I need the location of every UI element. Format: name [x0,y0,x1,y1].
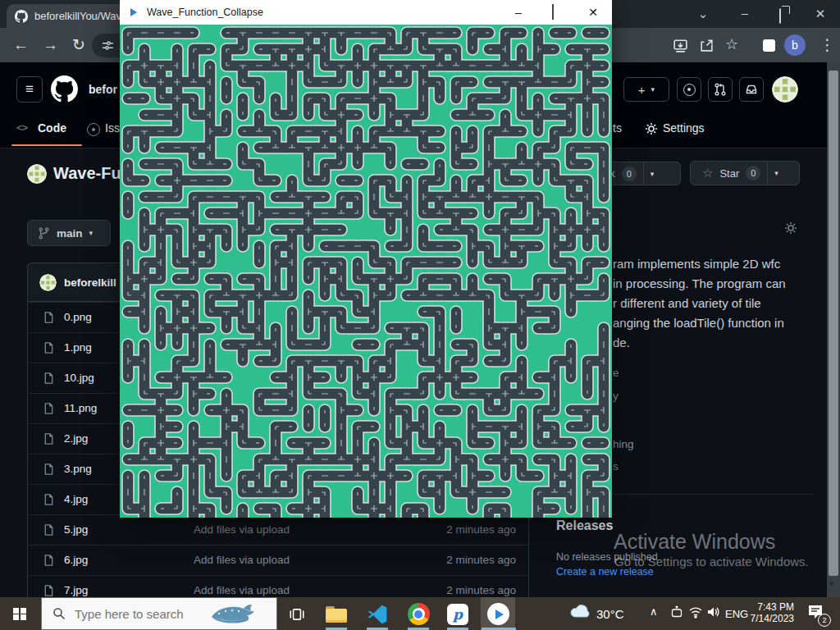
file-name-link[interactable]: 2.jpg [64,432,88,445]
side-panel-icon[interactable] [763,39,775,52]
pull-requests-icon-button[interactable] [708,77,733,102]
app-window[interactable]: Wave_Function_Collapse – ✕ [120,0,612,518]
search-input[interactable] [73,606,208,622]
about-description: ram implements simple 2D wfc in processi… [613,254,786,353]
clock-date: 7/14/2023 [745,613,794,624]
file-name-link[interactable]: 5.jpg [64,523,88,536]
about-activity-fragment[interactable]: y [613,390,619,402]
commit-author-avatar [39,274,57,291]
file-name-link[interactable]: 3.png [64,463,92,475]
wifi-icon[interactable] [688,605,703,619]
volume-icon[interactable] [706,605,721,619]
tray-device-icon[interactable] [669,605,684,619]
back-button[interactable]: ← [13,37,29,52]
weather-cloud-icon[interactable] [568,603,591,619]
about-watching-fragment[interactable]: hing [613,438,634,450]
issues-icon-button[interactable] [677,77,701,102]
star-button[interactable]: ☆ Star 0 ▾ [690,161,800,185]
share-icon[interactable] [699,38,714,53]
file-icon [43,493,55,506]
caret-down-icon[interactable]: ▾ [774,169,778,177]
browser-minimize-button[interactable]: – [733,3,757,23]
file-name-link[interactable]: 4.jpg [64,493,88,505]
user-avatar[interactable] [772,76,798,103]
file-icon [43,432,55,445]
browser-profile-avatar[interactable]: b [784,34,806,56]
file-icon [43,584,55,597]
file-name-link[interactable]: 10.jpg [64,372,94,384]
tab-settings[interactable]: Settings [663,121,705,135]
bookmark-star-icon[interactable]: ☆ [725,37,738,52]
file-icon [43,341,55,354]
app-minimize-button[interactable]: – [505,0,532,25]
about-gear-icon[interactable] [784,221,797,235]
start-button[interactable] [3,599,36,629]
star-count: 0 [746,166,760,180]
taskbar-search-box[interactable] [41,597,277,630]
notification-badge: 2 [818,614,831,627]
temperature-text[interactable]: 30°C [596,607,624,621]
app-window-title: Wave_Function_Collapse [147,7,612,18]
inbox-icon [745,83,758,96]
forward-button[interactable]: → [43,37,58,52]
branch-icon [38,227,50,240]
scrollbar-thumb[interactable] [829,71,838,576]
tab-title: beforelkillYou/Wav [34,10,121,22]
inbox-icon-button[interactable] [739,77,764,102]
app-close-button[interactable]: ✕ [580,0,606,25]
commit-message-link[interactable]: Add files via upload [194,523,290,536]
task-view-button[interactable] [281,599,313,629]
kebab-menu-icon[interactable]: ⋮ [819,37,835,52]
gear-icon [645,122,658,135]
running-sketch-button[interactable] [482,599,514,629]
file-name-link[interactable]: 0.png [64,311,92,323]
app-title-bar[interactable]: Wave_Function_Collapse – ✕ [120,0,612,25]
file-explorer-button[interactable] [320,599,353,629]
commit-message-link[interactable]: Add files via upload [194,584,290,596]
commit-message-link[interactable]: Add files via upload [194,554,290,566]
browser-close-button[interactable]: ✕ [808,4,833,24]
caret-down-icon[interactable]: ▾ [651,170,655,178]
tab-issues[interactable]: Iss [105,121,120,135]
commit-time: 2 minutes ago [446,554,516,566]
tray-chevron-up-icon[interactable]: ∧ [650,605,658,618]
file-icon [43,402,55,415]
chrome-icon [408,603,430,625]
site-settings-tune-icon[interactable] [102,39,114,52]
hamburger-menu-button[interactable]: ≡ [16,76,43,103]
file-name-link[interactable]: 7.jpg [64,584,88,596]
browser-restore-button[interactable] [779,9,781,24]
reload-button[interactable]: ↻ [72,37,85,52]
file-icon [43,523,55,536]
about-readme-fragment[interactable]: e [613,367,619,379]
file-name-link[interactable]: 6.jpg [64,554,88,566]
tab-insights-fragment[interactable]: ts [613,121,622,135]
repo-title[interactable]: Wave-Fu [53,164,121,183]
scrollbar-down-arrow-icon[interactable]: ▾ [829,579,833,588]
branch-selector[interactable]: main ▾ [27,220,111,246]
chrome-button[interactable]: b [402,599,435,629]
activate-windows-watermark: Activate Windows [614,530,775,554]
file-name-link[interactable]: 11.png [64,402,97,414]
code-icon: <> [16,121,27,134]
about-forks-fragment[interactable]: s [613,460,619,472]
create-new-button[interactable]: + ▾ [623,77,669,102]
issue-opened-icon [683,84,696,96]
file-name-link[interactable]: 1.png [64,341,92,354]
tab-code[interactable]: Code [38,121,66,135]
vscode-button[interactable] [361,599,394,629]
releases-heading: Releases [556,518,613,533]
github-logo-icon[interactable] [51,75,78,103]
breadcrumb-account[interactable]: befor [89,83,117,96]
app-maximize-button[interactable] [552,5,554,20]
tab-search-chevron-icon[interactable]: ⌄ [691,4,715,24]
file-icon [43,372,55,385]
caret-down-icon: ▾ [651,85,655,94]
tray-clock[interactable]: 7:43 PM 7/14/2023 [745,601,794,624]
processing-button[interactable]: p [441,599,474,629]
cast-icon[interactable] [673,38,688,53]
file-row: 6.jpg Add files via upload 2 minutes ago [27,545,529,575]
windows-logo-icon [13,608,26,621]
commit-author[interactable]: beforelkill [64,276,116,289]
whale-shark-image[interactable] [209,600,257,627]
